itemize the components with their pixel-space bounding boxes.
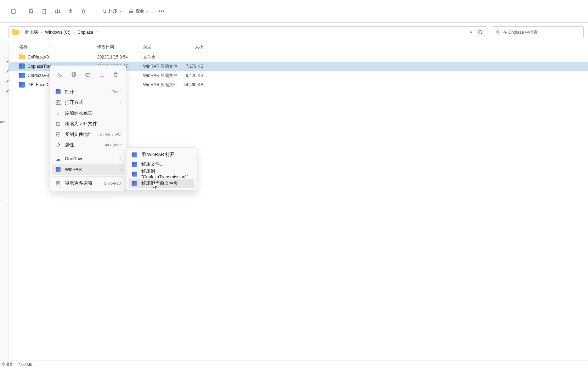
sub-extract-here[interactable]: 解压到当前文件夹 xyxy=(129,179,194,188)
chevron-right-icon: › xyxy=(120,101,121,105)
file-size: 44,460 KB xyxy=(179,82,203,87)
sort-icon xyxy=(102,9,107,14)
rar-icon xyxy=(19,63,25,69)
status-size: 7.00 MB xyxy=(18,362,33,367)
nav-sidebar[interactable]: 📌 📌 📌 📌 sor ) xyxy=(0,42,9,360)
rar-icon xyxy=(19,82,25,88)
chevron-down-icon[interactable]: ▾ xyxy=(468,28,474,37)
menu-separator xyxy=(53,85,123,85)
menu-separator xyxy=(53,152,123,152)
winrar-icon xyxy=(131,152,138,158)
svg-point-9 xyxy=(61,76,62,77)
share-button[interactable] xyxy=(96,69,108,80)
winrar-submenu: 用 WinRAR 打开 解压文件... 解压到 "CnplazaTransmis… xyxy=(126,147,197,191)
copy-button[interactable] xyxy=(68,69,79,80)
column-type[interactable]: 类型 xyxy=(143,44,179,50)
folder-icon xyxy=(19,55,25,59)
status-items: 个项目 xyxy=(1,362,13,367)
file-date: 2022/11/15 9:54 xyxy=(97,55,143,60)
file-row[interactable]: CnPlazaV3 2022/11/15 9:54 文件夹 xyxy=(9,52,588,62)
sort-label: 排序 xyxy=(109,8,117,14)
status-bar: 个项目 7.00 MB xyxy=(0,360,588,368)
rename-button[interactable] xyxy=(51,5,64,18)
sub-extract-files[interactable]: 解压文件... xyxy=(129,160,194,169)
view-button[interactable]: 查看 ▾ xyxy=(125,6,152,16)
file-name: CnPlazaV3 xyxy=(28,55,49,60)
new-button[interactable] xyxy=(7,5,20,18)
breadcrumb-folder[interactable]: Cnplaza xyxy=(75,29,95,36)
open-with-icon xyxy=(55,99,61,106)
ctx-quick-actions xyxy=(52,68,124,83)
winrar-icon xyxy=(131,171,138,177)
delete-button[interactable] xyxy=(110,69,121,80)
address-row: › 此电脑 › Windows (C:) › Cnplaza › ▾ xyxy=(0,23,588,42)
chevron-down-icon: ▾ xyxy=(146,10,148,13)
svg-rect-2 xyxy=(43,9,46,13)
folder-icon xyxy=(12,30,19,35)
ctx-onedrive[interactable]: ☁ OneDrive › xyxy=(52,154,124,164)
file-type: WinRAR 压缩文件 xyxy=(143,63,179,69)
zip-icon xyxy=(55,121,61,127)
chevron-right-icon: › xyxy=(73,30,75,35)
breadcrumb-root[interactable]: 此电脑 xyxy=(23,28,40,37)
view-label: 查看 xyxy=(136,8,144,14)
rar-icon xyxy=(19,73,25,78)
address-bar[interactable]: › 此电脑 › Windows (C:) › Cnplaza › ▾ xyxy=(9,26,487,38)
column-date[interactable]: 修改日期 xyxy=(97,44,143,50)
search-box[interactable] xyxy=(492,26,584,38)
winrar-icon xyxy=(55,166,61,173)
copy-button[interactable] xyxy=(25,5,38,18)
share-button[interactable] xyxy=(64,5,77,18)
file-type: WinRAR 压缩文件 xyxy=(143,82,179,88)
breadcrumb-drive[interactable]: Windows (C:) xyxy=(43,29,73,36)
top-toolbar: 排序 ▾ 查看 ▾ ••• xyxy=(0,0,588,23)
more-icon xyxy=(55,180,61,186)
menu-separator xyxy=(53,176,123,177)
ctx-add-favorite[interactable]: ☆ 添加到收藏夹 xyxy=(52,108,124,118)
file-size: 7,179 KB xyxy=(179,64,203,69)
ctx-compress-zip[interactable]: 压缩为 ZIP 文件 xyxy=(52,118,124,129)
delete-button[interactable] xyxy=(77,5,90,18)
sort-button[interactable]: 排序 ▾ xyxy=(98,6,125,16)
column-name[interactable]: 名称 ˄ xyxy=(19,44,97,50)
onedrive-icon: ☁ xyxy=(55,156,61,162)
ctx-show-more[interactable]: 显示更多选项 Shift+F10 xyxy=(52,178,124,189)
ctx-winrar[interactable]: WinRAR › xyxy=(52,164,124,175)
svg-point-6 xyxy=(496,30,499,33)
chevron-right-icon: › xyxy=(120,157,121,161)
sub-open-winrar[interactable]: 用 WinRAR 打开 xyxy=(129,150,194,160)
chevron-right-icon: › xyxy=(95,30,98,35)
list-icon xyxy=(129,9,134,14)
chevron-down-icon: ▾ xyxy=(119,10,121,13)
open-icon xyxy=(55,89,61,95)
copy-path-icon xyxy=(55,131,61,138)
ctx-properties[interactable]: 属性 Alt+Enter xyxy=(52,140,124,150)
winrar-icon xyxy=(131,161,138,168)
winrar-icon xyxy=(131,180,138,187)
search-input[interactable] xyxy=(503,30,580,35)
svg-rect-16 xyxy=(56,103,58,105)
refresh-button[interactable] xyxy=(476,28,485,37)
search-icon xyxy=(496,30,500,35)
chevron-right-icon: › xyxy=(40,30,43,35)
sort-ascending-icon: ˄ xyxy=(49,45,51,49)
file-type: WinRAR 压缩文件 xyxy=(143,73,179,79)
ctx-copy-path[interactable]: 复制文件地址 Ctrl+Shift+C xyxy=(52,129,124,140)
column-headers: 名称 ˄ 修改日期 类型 大小 xyxy=(9,42,588,52)
chevron-right-icon: › xyxy=(120,168,121,172)
more-button[interactable]: ••• xyxy=(156,5,168,18)
ctx-open-with[interactable]: 打开方式 › xyxy=(52,97,124,108)
star-icon: ☆ xyxy=(55,110,61,116)
column-size[interactable]: 大小 xyxy=(179,44,203,50)
sidebar-truncated-text: ) xyxy=(0,198,1,202)
cut-button[interactable] xyxy=(54,69,66,80)
ctx-open[interactable]: 打开 Enter xyxy=(52,87,124,97)
toolbar-divider-1 xyxy=(94,7,94,16)
paste-button[interactable] xyxy=(38,5,51,18)
ellipsis-icon: ••• xyxy=(159,9,165,14)
rename-button[interactable] xyxy=(82,69,94,80)
file-size: 9,426 KB xyxy=(179,73,203,78)
sub-extract-to-folder[interactable]: 解压到 "CnplazaTransmission\" xyxy=(129,169,194,179)
sidebar-truncated-text: sor xyxy=(0,120,5,124)
svg-rect-14 xyxy=(56,100,58,102)
